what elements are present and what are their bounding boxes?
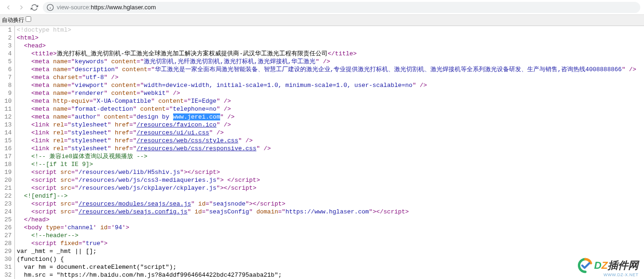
line-number: 3 — [2, 42, 12, 50]
line-number: 16 — [2, 145, 12, 153]
line-number: 17 — [2, 153, 12, 160]
line-number: 20 — [2, 176, 12, 184]
source-line[interactable]: <meta name="viewport" content="width=dev… — [17, 81, 642, 89]
source-line[interactable]: </head> — [17, 216, 642, 224]
source-line[interactable]: <script src="/resources/web/seajs.config… — [17, 208, 642, 216]
source-line[interactable]: <meta name="keywords" content="激光切割机,光纤激… — [17, 58, 642, 66]
source-line[interactable]: <title>激光打标机_激光切割机-华工激光全球激光加工解决方案权威提供商-武… — [17, 50, 642, 58]
source-line[interactable]: <meta http-equiv="X-UA-Compatible" conte… — [17, 97, 642, 105]
source-line[interactable]: <!--[if lt IE 9]> — [17, 160, 642, 168]
line-number: 28 — [2, 239, 12, 247]
line-number: 21 — [2, 184, 12, 192]
source-line[interactable]: <meta name="format-detection" content="t… — [17, 105, 642, 113]
url-text: view-source:https://www.hglaser.com — [57, 4, 637, 11]
line-number: 30 — [2, 255, 12, 263]
line-number: 13 — [2, 121, 12, 129]
line-number: 31 — [2, 263, 12, 271]
line-number: 10 — [2, 97, 12, 105]
line-number: 4 — [2, 50, 12, 58]
source-line[interactable]: <meta name="author" content="design by w… — [17, 113, 642, 121]
source-line[interactable]: <![endif]--> — [17, 192, 642, 200]
line-number: 19 — [2, 168, 12, 176]
source-line[interactable]: <link rel="stylesheet" href="/resources/… — [17, 121, 642, 129]
line-number: 5 — [2, 58, 12, 66]
source-line[interactable]: <html> — [17, 34, 642, 42]
source-line[interactable]: <meta name="renderer" content="webkit" /… — [17, 89, 642, 97]
source-line[interactable]: <meta name="description" content="华工激光是一… — [17, 66, 642, 73]
line-number: 24 — [2, 208, 12, 216]
line-number: 8 — [2, 81, 12, 89]
line-number: 23 — [2, 200, 12, 208]
source-line[interactable]: <script src="/resources/web/lib/H5shiv.j… — [17, 168, 642, 176]
line-number: 6 — [2, 66, 12, 73]
source-line[interactable]: var hm = document.createElement("script"… — [17, 263, 642, 271]
line-number: 29 — [2, 247, 12, 255]
source-line[interactable]: hm.src = "https://hm.baidu.com/hm.js?8a4… — [17, 271, 642, 279]
address-bar[interactable]: view-source:https://www.hglaser.com — [43, 2, 640, 13]
reload-button[interactable] — [30, 3, 39, 12]
line-number: 14 — [2, 129, 12, 137]
wrap-checkbox[interactable] — [26, 16, 31, 22]
source-line[interactable]: <body type='channel' id='94'> — [17, 224, 642, 232]
line-number: 7 — [2, 73, 12, 81]
forward-button[interactable] — [17, 3, 26, 12]
source-line[interactable]: <!-- 兼容ie8媒体查询以及视频播放 --> — [17, 153, 642, 160]
line-number: 9 — [2, 89, 12, 97]
line-number: 18 — [2, 160, 12, 168]
line-number: 32 — [2, 271, 12, 279]
line-number: 12 — [2, 113, 12, 121]
source-code[interactable]: <!doctype html><html> <head> <title>激光打标… — [15, 26, 644, 279]
line-number: 15 — [2, 137, 12, 145]
source-line[interactable]: <link rel="stylesheet" href="/resources/… — [17, 137, 642, 145]
source-line[interactable]: <!--header--> — [17, 232, 642, 239]
wrap-toggle-label[interactable]: 自动换行 — [2, 16, 31, 24]
line-number-gutter: 1234567891011121314151617181920212223242… — [0, 26, 15, 279]
line-number: 26 — [2, 224, 12, 232]
back-button[interactable] — [4, 3, 13, 12]
line-number: 11 — [2, 105, 12, 113]
source-line[interactable]: <link rel="stylesheet" href="/resources/… — [17, 145, 642, 153]
source-line[interactable]: <script src="/resources/web/js/css3-medi… — [17, 176, 642, 184]
source-line[interactable]: var _hmt = _hmt || []; — [17, 247, 642, 255]
source-line[interactable]: <!doctype html> — [17, 26, 642, 34]
source-line[interactable]: <script src="/resources/web/js/ckplayer/… — [17, 184, 642, 192]
wrap-toggle-bar: 自动换行 — [0, 15, 644, 26]
browser-toolbar: view-source:https://www.hglaser.com — [0, 0, 644, 15]
source-line[interactable]: (function() { — [17, 255, 642, 263]
source-view: 1234567891011121314151617181920212223242… — [0, 26, 644, 279]
source-line[interactable]: <link rel="stylesheet" href="/resources/… — [17, 129, 642, 137]
line-number: 25 — [2, 216, 12, 224]
source-line[interactable]: <script src="/resources/modules/seajs/se… — [17, 200, 642, 208]
line-number: 22 — [2, 192, 12, 200]
line-number: 2 — [2, 34, 12, 42]
line-number: 1 — [2, 26, 12, 34]
info-icon[interactable] — [47, 4, 54, 11]
source-line[interactable]: <head> — [17, 42, 642, 50]
source-line[interactable]: <script fixed="true"> — [17, 239, 642, 247]
source-line[interactable]: <meta charset="utf-8" /> — [17, 73, 642, 81]
line-number: 27 — [2, 232, 12, 239]
